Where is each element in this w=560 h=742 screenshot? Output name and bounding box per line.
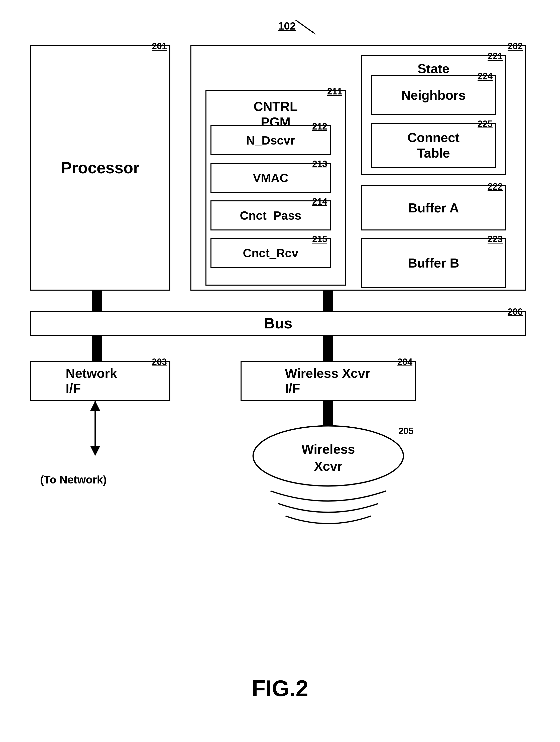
ref-223: 223 <box>488 234 503 245</box>
state-label: State <box>417 61 449 76</box>
ref-205: 205 <box>398 426 413 436</box>
connector-bus-network <box>92 336 102 361</box>
box-212: 212 N_Dscvr <box>210 125 331 155</box>
ref-203: 203 <box>152 357 167 367</box>
buffer-b-label: Buffer B <box>408 256 459 271</box>
connector-202-bus <box>323 290 333 311</box>
ref-221: 221 <box>488 51 503 62</box>
box-215: 215 Cnct_Rcv <box>210 238 331 268</box>
to-network-label: (To Network) <box>40 473 107 486</box>
wireless-xcvr-label: WirelessXcvr <box>266 441 391 475</box>
svg-marker-1 <box>312 31 316 35</box>
ref-224: 224 <box>477 71 493 82</box>
ref-215: 215 <box>312 234 327 245</box>
cnct-rcv-label: Cnct_Rcv <box>243 246 298 260</box>
ref-225: 225 <box>477 119 493 129</box>
network-arrow <box>75 401 115 471</box>
neighbors-label: Neighbors <box>401 88 465 103</box>
svg-line-0 <box>296 20 313 33</box>
box-203: 203 Network I/F <box>30 361 170 401</box>
ref-222: 222 <box>488 181 503 192</box>
ref-201: 201 <box>152 41 167 52</box>
box-223: 223 Buffer B <box>361 238 506 288</box>
ref-214: 214 <box>312 196 327 207</box>
processor-label: Processor <box>61 159 139 177</box>
ref-arrow-102: 102 <box>278 20 296 32</box>
connector-bus-wireless <box>323 336 333 361</box>
ref-213: 213 <box>312 159 327 169</box>
box-213: 213 VMAC <box>210 163 331 193</box>
connector-wireless-if-ellipse <box>323 401 333 426</box>
n-dscvr-label: N_Dscvr <box>246 134 295 147</box>
wireless-xcvr-if-label: Wireless Xcvr I/F <box>285 366 371 396</box>
ref-211: 211 <box>327 86 342 97</box>
signal-arcs <box>251 486 406 541</box>
connect-table-label: ConnectTable <box>407 130 460 161</box>
box-201: 201 Processor <box>30 45 170 290</box>
box-214: 214 Cnct_Pass <box>210 200 331 230</box>
buffer-a-label: Buffer A <box>408 200 459 215</box>
network-if-label: Network I/F <box>66 366 135 396</box>
box-204: 204 Wireless Xcvr I/F <box>241 361 416 401</box>
box-206: 206 Bus <box>30 311 526 336</box>
box-225: 225 ConnectTable <box>371 123 496 168</box>
fig-caption: FIG.2 <box>252 676 308 701</box>
ref-202: 202 <box>508 41 523 52</box>
box-224: 224 Neighbors <box>371 75 496 115</box>
svg-marker-5 <box>90 401 100 411</box>
ref-206: 206 <box>508 307 523 317</box>
vmac-label: VMAC <box>253 171 288 185</box>
ref-212: 212 <box>312 121 327 132</box>
ref-204: 204 <box>397 357 412 367</box>
connector-201-bus <box>92 290 102 311</box>
bus-label: Bus <box>264 315 292 332</box>
cnct-pass-label: Cnct_Pass <box>240 209 301 222</box>
box-222: 222 Buffer A <box>361 186 506 230</box>
